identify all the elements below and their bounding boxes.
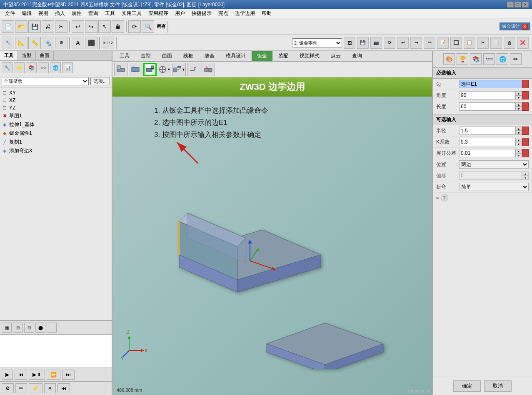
rp-icon-book[interactable]: 📚 [470, 53, 482, 65]
rp-length-redbtn[interactable] [522, 102, 529, 111]
tab-query[interactable]: 查询 [347, 51, 367, 61]
cancel-button[interactable]: 取消 [484, 380, 512, 392]
lbt-btn3[interactable]: ⊟ [24, 323, 34, 333]
menu-tips[interactable]: 快捷提示 [188, 9, 215, 18]
menu-tools[interactable]: 工具 [102, 9, 118, 18]
lft-icon2[interactable]: ⭐ [14, 62, 25, 73]
play-pause-btn[interactable]: ▶⏸ [29, 370, 45, 380]
tab-pointcloud[interactable]: 点云 [325, 51, 346, 61]
sm-btn12[interactable]: ⬜ [490, 37, 502, 49]
minimize-button[interactable]: ─ [507, 2, 514, 7]
rp-tolerance-input[interactable] [459, 149, 515, 157]
toolbar-redo[interactable]: ↪ [85, 20, 97, 33]
tb2-btn4[interactable]: 🔩 [42, 37, 54, 49]
left-tab-shape[interactable]: 造型 [18, 51, 36, 60]
sm-tool-2[interactable] [129, 63, 142, 76]
rp-edge-input[interactable] [459, 80, 522, 88]
menu-view[interactable]: 视图 [35, 9, 52, 18]
lft-icon4[interactable]: 👓 [38, 62, 49, 73]
menu-utility[interactable]: 实用工具 [118, 9, 145, 18]
tree-yz[interactable]: ☐ YZ [2, 104, 110, 112]
rp-expand-icon[interactable]: « [436, 195, 439, 201]
tree-xy[interactable]: ☐ XY [2, 89, 110, 97]
tb2-btn5[interactable]: ⚙ [55, 37, 67, 49]
prev-btn[interactable]: ⏮ [15, 370, 27, 380]
rp-radius-input[interactable] [459, 127, 515, 135]
extra-btn2[interactable]: ✏ [15, 383, 27, 393]
rp-length-input[interactable] [459, 102, 515, 111]
move-dropdown-arrow[interactable]: ▼ [167, 67, 171, 72]
confirm-button[interactable]: 确定 [453, 380, 481, 392]
tab-surface[interactable]: 曲面 [157, 51, 177, 61]
rp-position-select[interactable]: 两边 内侧 外侧 [459, 160, 529, 169]
lft-icon1[interactable]: 🔧 [2, 62, 12, 73]
rp-length-up[interactable]: ▲ [515, 102, 522, 107]
rp-offset-up[interactable]: ▲ [522, 171, 529, 176]
fast-fwd-btn[interactable]: ⏩ [47, 370, 60, 380]
tb2-btn6[interactable]: A [72, 37, 84, 49]
rp-offset-down[interactable]: ▼ [522, 176, 529, 180]
menu-query[interactable]: 查询 [85, 9, 102, 18]
rp-tolerance-up[interactable]: ▲ [515, 149, 522, 153]
menu-attribute[interactable]: 属性 [68, 9, 85, 18]
tab-visual[interactable]: 视觉样式 [294, 51, 325, 61]
tree-sheetmetal1[interactable]: ◆ 钣金属性1 [2, 129, 110, 138]
sm-btn3[interactable]: 📷 [370, 37, 382, 49]
rp-icon-palette[interactable]: 🎨 [443, 53, 455, 65]
play-btn[interactable]: ▶ [2, 370, 13, 380]
toolbar-cut[interactable]: ✂ [55, 20, 67, 33]
menu-user[interactable]: 用户 [172, 9, 188, 18]
tree-extrude1[interactable]: ◈ 拉伸1_基体 [2, 120, 110, 129]
rp-kfactor-down[interactable]: ▼ [515, 142, 522, 146]
extra-btn4[interactable]: ✕ [44, 383, 56, 393]
tb2-btn8[interactable]: 3↕1↕2 [102, 37, 114, 49]
rp-tolerance-down[interactable]: ▼ [515, 153, 522, 157]
rp-angle-redbtn[interactable] [522, 91, 529, 99]
toolbar-save[interactable]: 💾 [28, 20, 41, 33]
options-button[interactable]: 选项... [90, 77, 110, 85]
next-btn[interactable]: ⏭ [62, 370, 75, 380]
sm-dialog-close[interactable]: ✕ [522, 24, 528, 30]
sm-btn10[interactable]: 📋 [464, 37, 475, 49]
tb2-btn3[interactable]: 📏 [28, 37, 41, 49]
tree-copy1[interactable]: ╱ 复制1 [2, 138, 110, 147]
menu-edit[interactable]: 编辑 [18, 9, 35, 18]
lbt-btn4[interactable]: ⬤ [35, 323, 45, 333]
rp-length-down[interactable]: ▼ [515, 107, 522, 111]
rp-icon-glasses[interactable]: 👓 [483, 53, 495, 65]
extra-btn5[interactable]: ⏮ [57, 383, 70, 393]
tab-seam[interactable]: 缝合 [199, 51, 220, 61]
tb2-btn2[interactable]: 📐 [15, 37, 27, 49]
tb2-btn1[interactable]: 🔧 [2, 37, 14, 49]
left-tab-tools[interactable]: 工具 [0, 51, 18, 60]
rp-angle-input[interactable] [459, 91, 515, 99]
sm-tool-move[interactable]: ▼ [158, 63, 171, 76]
tab-assemble[interactable]: 装配 [273, 51, 294, 61]
rp-angle-down[interactable]: ▼ [515, 95, 522, 99]
left-tab-surface[interactable]: 曲面 [36, 51, 54, 60]
sm-tool-unfold[interactable]: ▼ [172, 63, 186, 76]
lft-icon3[interactable]: 📚 [26, 62, 37, 73]
sm-btn11[interactable]: ✂ [477, 37, 489, 49]
toolbar-print[interactable]: 🖨 [42, 20, 54, 33]
tree-sketch1[interactable]: ✖ 草图1 [2, 112, 110, 120]
menu-app[interactable]: 应用程序 [145, 9, 172, 18]
rp-help-icon[interactable]: ? [441, 194, 448, 201]
sm-btn2[interactable]: 💾 [357, 37, 369, 49]
rp-icon-trophy[interactable]: 🏆 [457, 53, 468, 65]
lft-icon5[interactable]: 🌐 [50, 62, 61, 73]
sm-btn14[interactable]: ❌ [517, 37, 529, 49]
lft-icon6[interactable]: 📊 [62, 62, 73, 73]
rp-radius-redbtn[interactable] [522, 127, 529, 135]
rp-kfactor-up[interactable]: ▲ [515, 138, 522, 142]
sm-tool-cut[interactable] [202, 63, 215, 76]
toolbar-select[interactable]: ↖ [98, 20, 111, 33]
sm-btn8[interactable]: 📝 [437, 37, 449, 49]
toolbar-rotate[interactable]: ⟳ [128, 20, 141, 33]
sm-btn1[interactable]: 🖼 [344, 37, 355, 49]
tree-flange3[interactable]: ◈ 添加弯边3 [2, 147, 110, 155]
rp-radius-down[interactable]: ▼ [515, 131, 522, 135]
rp-tolerance-redbtn[interactable] [522, 149, 529, 157]
menu-points[interactable]: 完点 [215, 9, 232, 18]
tree-xz[interactable]: ☐ XZ [2, 97, 110, 104]
